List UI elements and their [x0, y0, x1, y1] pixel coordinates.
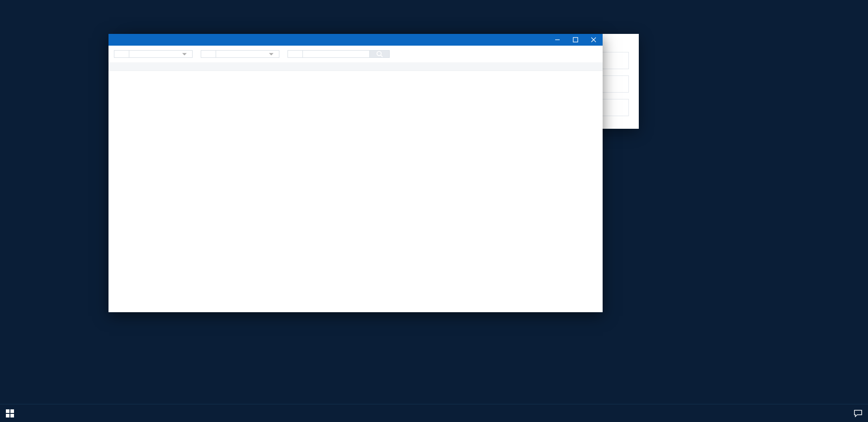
ieo-window: [108, 34, 603, 312]
col-coin: [222, 62, 262, 70]
col-op: [542, 62, 592, 70]
svg-rect-1: [573, 38, 578, 42]
col-lang: [262, 62, 301, 70]
maximize-button[interactable]: [566, 34, 585, 46]
coin-filter-select[interactable]: [129, 51, 192, 57]
chat-icon: [854, 409, 863, 418]
svg-rect-3: [6, 409, 9, 413]
windows-icon: [6, 409, 14, 417]
bg-close-button[interactable]: [621, 34, 639, 46]
close-button[interactable]: [585, 34, 603, 46]
search-icon: [376, 51, 383, 57]
keyword-filter-label: [288, 51, 302, 57]
col-id: [108, 62, 136, 70]
ieo-table: [108, 62, 603, 71]
titlebar[interactable]: [108, 34, 603, 46]
bg-maximize-button[interactable]: [603, 34, 621, 46]
col-start: [377, 62, 454, 70]
desktop: [0, 0, 868, 404]
search-button[interactable]: [369, 51, 389, 57]
lang-filter-label: [201, 51, 216, 57]
coin-filter-label: [114, 51, 129, 57]
coin-filter-group: [114, 50, 193, 58]
col-total: [301, 62, 377, 70]
table-head: [108, 62, 603, 71]
keyword-filter-group: [288, 50, 390, 58]
taskbar: [0, 404, 868, 422]
minimize-button[interactable]: [548, 34, 566, 46]
svg-point-2: [377, 52, 381, 56]
svg-rect-0: [609, 38, 614, 42]
start-button[interactable]: [0, 404, 20, 422]
lang-filter-group: [201, 50, 279, 58]
svg-rect-6: [10, 414, 14, 417]
keyword-input[interactable]: [308, 51, 364, 57]
taskbar-chat[interactable]: [848, 404, 868, 422]
lang-filter-select[interactable]: [216, 51, 279, 57]
col-title: [136, 62, 222, 70]
col-end: [454, 62, 542, 70]
svg-rect-4: [10, 409, 14, 413]
keyword-filter-input-wrap: [302, 51, 369, 57]
filter-row: [108, 46, 603, 62]
taskbar-clock[interactable]: [837, 404, 848, 422]
svg-rect-5: [6, 414, 9, 417]
